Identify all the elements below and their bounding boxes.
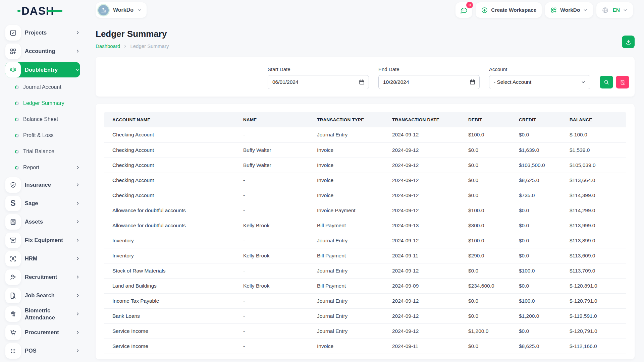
language-label: EN [612,7,620,13]
table-cell: $105,039.0 [561,158,626,173]
table-cell: - [235,188,309,203]
sidebar-item-projects[interactable]: Projects [5,23,80,42]
column-header: NAME [235,112,309,127]
app-root: DASH ProjectsAccountingDoubleEntryJourna… [0,0,644,359]
table-cell: $0.0 [511,248,561,263]
table-cell: Invoice [309,339,384,354]
table-cell: Bill Payment [309,278,384,293]
sidebar-subitem-journal-account[interactable]: Journal Account [5,79,80,95]
sidebar-subitem-profit-loss[interactable]: Profit & Loss [5,127,80,143]
language-selector[interactable]: EN [596,2,633,18]
table-cell: 2024-09-12 [384,233,460,248]
logo-row: DASH [0,0,89,21]
table-cell: $0.0 [511,323,561,339]
messages-button[interactable]: 0 [455,2,472,18]
table-row: Bank Loans-Journal Entry2024-09-12$0.0$1… [104,308,626,323]
table-cell: $103,500.0 [511,158,561,173]
table-row: Allowance for doubtful accountsKelly Bro… [104,218,626,233]
sidebar-item-doubleentry[interactable]: DoubleEntry [5,62,80,77]
table-cell: $0.0 [511,203,561,218]
table-cell: 2024-09-12 [384,203,460,218]
sidebar-item-procurement[interactable]: Procurement [5,323,80,342]
chevron-down-icon [623,8,628,12]
sidebar-item-hrm[interactable]: HRM [5,249,80,268]
download-button[interactable] [622,36,635,48]
sidebar-item-sage[interactable]: SSage [5,194,80,213]
breadcrumb-dashboard-link[interactable]: Dashboard [96,43,120,49]
sidebar-item-label: DoubleEntry [25,66,75,73]
sidebar-item-accounting[interactable]: Accounting [5,42,80,60]
chevron-down-icon [137,8,142,12]
table-cell: Invoice Payment [309,203,384,218]
table-cell: - [235,173,309,188]
shield-check-icon [5,177,21,193]
sidebar-item-insurance[interactable]: Insurance [5,176,80,194]
table-cell: $0.0 [511,278,561,293]
sidebar-item-pos[interactable]: POS [5,342,80,360]
sidebar-subitem-trial-balance[interactable]: Trial Balance [5,143,80,160]
table-cell: $-120,791.0 [561,293,626,308]
sidebar-item-label: Assets [25,218,75,225]
sidebar-item-biometric-attendance[interactable]: Biometric Attendance [5,305,80,323]
sidebar-item-label: Recruitment [25,274,75,281]
table-cell: $1,539.0 [561,142,626,158]
breadcrumb-current: Ledger Summary [130,43,169,49]
table-cell: Allowance for doubtful accounts [104,203,235,218]
table-cell: - [235,308,309,323]
chevron-down-icon [583,8,588,12]
workdo-menu-button[interactable]: WorkDo [545,2,593,18]
table-cell: 2024-09-12 [384,142,460,158]
table-body: Checking Account-Journal Entry2024-09-12… [104,127,626,354]
end-date-input[interactable] [378,75,480,89]
create-workspace-button[interactable]: Create Workspace [476,2,542,18]
column-header: ACCOUNT NAME [104,112,235,127]
globe-icon [602,7,609,14]
dash-logo[interactable]: DASH [21,5,54,16]
chevron-right-icon [75,293,80,298]
table-cell: 2024-09-13 [384,218,460,233]
table-cell: $1,200.0 [511,308,561,323]
table-cell: - [235,323,309,339]
sidebar-item-label: Accounting [25,48,75,55]
table-cell: Bill Payment [309,248,384,263]
file-slash-icon [620,79,626,85]
table-cell: Checking Account [104,127,235,142]
sidebar-item-fix-equipment[interactable]: Fix Equipment [5,231,80,249]
table-row: InventoryKelly BrookBill Payment2024-09-… [104,248,626,263]
workspace-selector[interactable]: WorkDo [96,2,147,18]
table-cell: 2024-09-12 [384,127,460,142]
account-select[interactable]: - Select Account [489,75,590,89]
reset-filter-button[interactable] [616,76,629,88]
table-row: Checking AccountBuffy WalterInvoice2024-… [104,158,626,173]
table-header-row: ACCOUNT NAMENAMETRANSACTION TYPETRANSACT… [104,112,626,127]
filter-card: Start Date End Date Account - Select Acc… [96,57,635,97]
plus-circle-icon [481,7,488,14]
start-date-label: Start Date [268,66,369,72]
sidebar-subitem-label: Balance Sheet [23,116,80,122]
account-label: Account [489,66,590,72]
column-header: CREDIT [511,112,561,127]
table-cell: Checking Account [104,142,235,158]
filter-buttons [600,76,629,88]
donut-icon [15,166,19,170]
search-button[interactable] [600,76,613,88]
table-cell: Kelly Brook [235,218,309,233]
topbar-actions: 0 Create Workspace WorkDo EN [455,2,633,18]
table-cell: $1,639.0 [511,142,561,158]
sidebar-item-assets[interactable]: Assets [5,213,80,231]
table-cell: Buffy Walter [235,158,309,173]
sidebar-item-job-search[interactable]: Job Search [5,286,80,305]
messages-badge: 0 [466,2,473,8]
table-cell: $0.0 [460,293,511,308]
sidebar-subitem-ledger-summary[interactable]: Ledger Summary [5,95,80,111]
column-header: DEBIT [460,112,511,127]
sidebar-item-recruitment[interactable]: Recruitment [5,268,80,286]
sidebar-subitem-balance-sheet[interactable]: Balance Sheet [5,111,80,127]
table-cell: 2024-09-09 [384,278,460,293]
account-field: Account - Select Account [489,66,590,89]
sidebar-subitem-report[interactable]: Report [5,160,80,176]
table-cell: Checking Account [104,158,235,173]
start-date-input[interactable] [268,75,369,89]
donut-icon [15,134,19,137]
table-cell: $8,625.0 [511,339,561,354]
